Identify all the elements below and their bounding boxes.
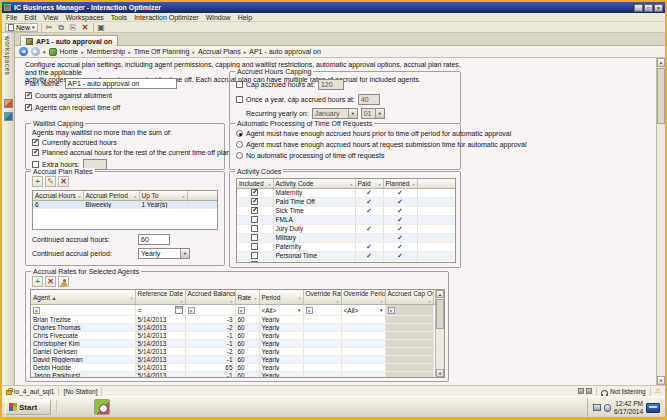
equals-operator[interactable]: = <box>138 307 142 314</box>
filter-chevron-icon[interactable]: ▾ <box>336 299 338 304</box>
column-header-override-rate[interactable]: Override Rate▾ <box>303 290 341 305</box>
activity-row[interactable]: Personal Time✓✓ <box>237 251 455 260</box>
agents-table-scrollbar[interactable]: ▲ ▼ <box>435 290 444 377</box>
filter-clear-icon[interactable]: × <box>238 307 245 314</box>
included-cell[interactable] <box>237 233 273 242</box>
agent-row[interactable]: Daniel Derksen5/14/2013-260Yearly <box>31 348 435 356</box>
agent-row[interactable]: Debbi Hodde5/14/20136560Yearly <box>31 364 435 372</box>
scrollbar-thumb[interactable] <box>436 299 444 329</box>
delete-rate-button[interactable]: ✕ <box>58 176 69 187</box>
filter-cell[interactable]: × <box>303 305 341 316</box>
continued-hours-input[interactable]: 60 <box>138 234 170 245</box>
column-header-planned[interactable]: Planned▾ <box>383 179 417 188</box>
save-icon[interactable]: ▣ <box>97 23 106 32</box>
filter-cell[interactable]: = <box>135 305 185 316</box>
auto-processing-radio-1[interactable] <box>236 141 243 148</box>
scrollbar-thumb[interactable] <box>657 68 665 124</box>
filter-chevron-icon[interactable]: ▾ <box>380 299 382 304</box>
scroll-up-icon[interactable]: ▲ <box>657 58 665 67</box>
cut-icon[interactable]: ✂ <box>45 23 54 32</box>
filter-cell[interactable]: <All>▾ <box>259 305 303 316</box>
cap-accrued-hours-input[interactable]: 120 <box>318 79 344 90</box>
sidebar-icon-bottom[interactable] <box>4 112 13 121</box>
close-button[interactable]: × <box>654 4 663 12</box>
included-cell[interactable] <box>237 242 273 251</box>
agent-row[interactable]: Brian Trezise5/14/2013-360Yearly <box>31 316 435 324</box>
filter-cell[interactable]: × <box>31 305 135 316</box>
activity-row[interactable]: Military✓ <box>237 233 455 242</box>
menu-tools[interactable]: Tools <box>111 14 127 21</box>
filter-clear-icon[interactable]: × <box>33 307 40 314</box>
scroll-down-icon[interactable]: ▼ <box>657 376 665 385</box>
filter-cell[interactable]: × <box>235 305 259 316</box>
column-header-override-period[interactable]: Override Period▾ <box>341 290 385 305</box>
paste-icon[interactable]: ⎘ <box>69 23 78 32</box>
included-cell[interactable] <box>237 206 273 215</box>
activity-row[interactable]: Sick Time✓✓ <box>237 206 455 215</box>
included-checkbox[interactable] <box>251 261 258 264</box>
scroll-down-icon[interactable]: ▼ <box>436 369 444 377</box>
activity-row[interactable]: FMLA✓ <box>237 215 455 224</box>
activity-row[interactable]: Time Off✓ <box>237 260 455 263</box>
breadcrumb-item-accrual-plans[interactable]: Accrual Plans <box>198 48 241 55</box>
delete-icon[interactable]: ✕ <box>81 23 90 32</box>
tab-accrual-plan[interactable]: AP1 - auto approval on <box>20 35 118 46</box>
filter-chevron-icon[interactable]: ▾ <box>412 182 414 187</box>
breadcrumb-item-home[interactable]: Home <box>60 48 79 55</box>
filter-cell[interactable]: × <box>185 305 235 316</box>
filter-chevron-icon[interactable]: ▾ <box>180 299 182 304</box>
menu-view[interactable]: View <box>43 14 58 21</box>
included-cell[interactable] <box>237 260 273 263</box>
cap-accrued-hours-checkbox[interactable] <box>236 81 243 88</box>
auto-processing-radio-0[interactable] <box>236 130 243 137</box>
included-checkbox[interactable] <box>251 189 258 196</box>
agents-filter-row[interactable]: ×=××<All>▾×<All>▾× <box>31 305 435 316</box>
agent-row[interactable]: Christopher Kim5/14/2013-160Yearly <box>31 340 435 348</box>
activity-codes-table[interactable]: Included▾Activity Code▾Paid▾Planned▾Mate… <box>237 179 456 263</box>
filter-cell[interactable]: <All>▾ <box>341 305 385 316</box>
recurring-day-select[interactable]: 01 ▼ <box>361 108 385 119</box>
taskbar-clock[interactable]: 12:42 PM 6/17/2014 <box>614 400 643 415</box>
filter-clear-icon[interactable]: × <box>388 307 395 314</box>
all-filter-select[interactable]: <All>▾ <box>344 307 383 314</box>
column-header-activity-code[interactable]: Activity Code▾ <box>273 179 355 188</box>
history-chevron-icon[interactable]: ▾ <box>43 49 46 55</box>
minimize-button[interactable]: _ <box>634 4 643 12</box>
menu-interaction-optimizer[interactable]: Interaction Optimizer <box>134 14 199 21</box>
menu-window[interactable]: Window <box>206 14 231 21</box>
scroll-up-icon[interactable]: ▲ <box>436 290 444 298</box>
filter-chevron-icon[interactable]: ▾ <box>130 296 132 301</box>
breadcrumb-item-membership[interactable]: Membership <box>87 48 126 55</box>
column-header-accrual-period[interactable]: Accrual Period▾ <box>83 191 139 200</box>
included-cell[interactable] <box>237 251 273 260</box>
filter-chevron-icon[interactable]: ▾ <box>230 299 232 304</box>
menu-workspaces[interactable]: Workspaces <box>65 14 103 21</box>
menu-help[interactable]: Help <box>238 14 252 21</box>
agent-row[interactable]: Chris Fivecoate5/14/2013-160Yearly <box>31 332 435 340</box>
keyboard-layout-icon[interactable] <box>646 403 660 413</box>
tray-volume-icon[interactable] <box>604 404 611 412</box>
column-header-accrued-cap-override[interactable]: Accrued Cap Override▾ <box>385 290 433 305</box>
new-button[interactable]: New ▾ <box>5 23 38 32</box>
edit-rate-button[interactable]: ✎ <box>45 176 56 187</box>
filter-chevron-icon[interactable]: ▾ <box>428 299 430 304</box>
continued-period-select[interactable]: Yearly ▼ <box>138 248 190 259</box>
filter-chevron-icon[interactable]: ▾ <box>378 182 380 187</box>
included-cell[interactable] <box>237 215 273 224</box>
extra-hours-checkbox[interactable] <box>32 161 39 168</box>
column-header-period[interactable]: Period▾ <box>259 290 303 305</box>
filter-chevron-icon[interactable]: ▾ <box>182 194 184 199</box>
filter-chevron-icon[interactable]: ▾ <box>298 296 300 301</box>
add-rate-button[interactable]: + <box>32 176 43 187</box>
plan-name-input[interactable]: AP1 - auto approval on <box>65 78 177 89</box>
column-header-rate[interactable]: Rate▾ <box>235 290 259 305</box>
copy-icon[interactable]: ⧉ <box>57 23 66 32</box>
currently-accrued-hours-checkbox[interactable] <box>32 139 39 146</box>
included-cell[interactable] <box>237 197 273 206</box>
column-header-up-to[interactable]: Up To▾ <box>139 191 187 200</box>
included-checkbox[interactable] <box>251 216 258 223</box>
filter-chevron-icon[interactable]: ▾ <box>78 194 80 199</box>
recurring-month-select[interactable]: January ▼ <box>312 108 358 119</box>
included-checkbox[interactable] <box>251 225 258 232</box>
content-scrollbar[interactable]: ▲ ▼ <box>656 58 665 385</box>
